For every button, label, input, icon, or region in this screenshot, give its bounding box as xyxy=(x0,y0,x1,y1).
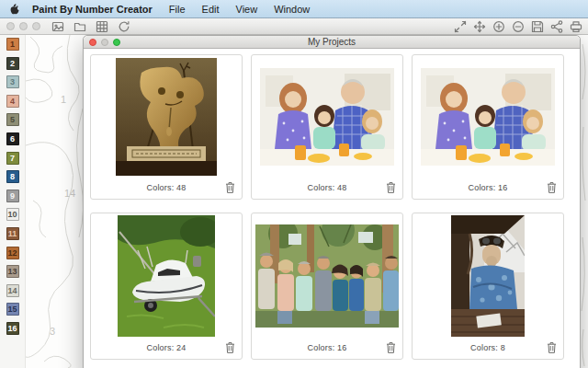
toolbar-right-group xyxy=(454,20,582,33)
palette-swatch-8[interactable]: 8 xyxy=(6,170,19,183)
project-thumbnail-family-breakfast-2 xyxy=(413,55,563,178)
palette-swatch-7[interactable]: 7 xyxy=(6,152,19,165)
grid-preview-icon[interactable] xyxy=(96,20,108,33)
app-screen: Paint By Number Creator File Edit View W… xyxy=(0,0,588,368)
project-thumbnail-child-aviator xyxy=(413,213,563,339)
project-thumbnail-group-photo xyxy=(252,213,402,339)
palette-sidebar: 12345678910111213141516 xyxy=(0,35,26,368)
palette-swatch-13[interactable]: 13 xyxy=(6,265,19,278)
trash-icon[interactable] xyxy=(547,341,557,354)
trash-icon[interactable] xyxy=(547,181,557,194)
trash-icon[interactable] xyxy=(225,341,235,354)
zoom-out-icon[interactable] xyxy=(512,20,525,33)
palette-swatch-4[interactable]: 4 xyxy=(6,95,19,108)
trash-icon[interactable] xyxy=(225,181,235,194)
palette-swatch-14[interactable]: 14 xyxy=(6,284,19,297)
close-button[interactable] xyxy=(6,22,15,30)
palette-swatch-2[interactable]: 2 xyxy=(6,57,19,70)
palette-swatch-5[interactable]: 5 xyxy=(6,113,19,126)
card-footer: Colors: 48 xyxy=(91,178,242,199)
menu-item-window[interactable]: Window xyxy=(274,4,310,15)
menu-item-file[interactable]: File xyxy=(169,4,186,15)
palette-swatch-9[interactable]: 9 xyxy=(6,190,19,202)
project-grid: Colors: 48 xyxy=(84,49,580,360)
minimize-button[interactable] xyxy=(19,22,28,30)
traffic-lights xyxy=(6,22,40,30)
modal-titlebar: My Projects xyxy=(84,36,580,49)
colors-count-label: Colors: 48 xyxy=(252,183,402,192)
palette-swatch-16[interactable]: 16 xyxy=(6,322,19,335)
canvas-region-number: 3 xyxy=(50,326,55,337)
project-card[interactable]: Colors: 24 xyxy=(90,213,243,360)
palette-swatch-1[interactable]: 1 xyxy=(6,38,19,51)
project-thumbnail-dali-sculpture xyxy=(91,55,242,178)
palette-swatch-12[interactable]: 12 xyxy=(6,247,19,259)
canvas-region-number: 14 xyxy=(64,188,75,199)
toolbar-left-group xyxy=(51,20,130,33)
card-footer: Colors: 16 xyxy=(252,339,402,359)
save-icon[interactable] xyxy=(531,20,544,33)
trash-icon[interactable] xyxy=(386,341,396,354)
card-footer: Colors: 48 xyxy=(252,178,402,199)
colors-count-label: Colors: 24 xyxy=(91,343,242,352)
project-card[interactable]: Colors: 8 xyxy=(412,213,564,360)
app-name[interactable]: Paint By Number Creator xyxy=(32,4,153,15)
card-footer: Colors: 24 xyxy=(91,339,242,359)
project-thumbnail-family-breakfast xyxy=(252,55,402,178)
apple-logo-icon[interactable] xyxy=(8,3,19,15)
window-toolbar xyxy=(0,17,588,35)
menu-item-edit[interactable]: Edit xyxy=(202,4,220,15)
palette-swatch-3[interactable]: 3 xyxy=(6,75,19,88)
new-image-icon[interactable] xyxy=(51,20,64,33)
zoom-in-icon[interactable] xyxy=(492,20,505,33)
palette-swatch-6[interactable]: 6 xyxy=(6,132,19,145)
colors-count-label: Colors: 48 xyxy=(91,183,242,192)
refresh-icon[interactable] xyxy=(118,20,130,33)
project-card[interactable]: Colors: 16 xyxy=(412,54,564,200)
project-thumbnail-boat-on-trailer xyxy=(91,213,242,339)
project-card[interactable]: Colors: 16 xyxy=(251,213,403,360)
my-projects-modal: My Projects xyxy=(83,35,581,368)
project-card[interactable]: Colors: 48 xyxy=(251,54,403,200)
palette-swatch-11[interactable]: 11 xyxy=(6,227,19,240)
modal-title: My Projects xyxy=(84,37,580,47)
pan-arrows-icon[interactable] xyxy=(473,20,486,33)
print-icon[interactable] xyxy=(570,20,582,33)
card-footer: Colors: 8 xyxy=(413,339,563,359)
fullscreen-icon[interactable] xyxy=(454,20,467,33)
open-folder-icon[interactable] xyxy=(74,20,86,33)
menu-bar: Paint By Number Creator File Edit View W… xyxy=(0,0,588,17)
colors-count-label: Colors: 8 xyxy=(413,343,563,352)
canvas-region-number: 1 xyxy=(61,94,66,105)
card-footer: Colors: 16 xyxy=(413,178,563,199)
colors-count-label: Colors: 16 xyxy=(413,183,563,192)
zoom-button[interactable] xyxy=(32,22,40,30)
share-icon[interactable] xyxy=(550,20,563,33)
palette-swatch-15[interactable]: 15 xyxy=(6,303,19,316)
project-card[interactable]: Colors: 48 xyxy=(90,54,243,200)
colors-count-label: Colors: 16 xyxy=(252,343,402,352)
trash-icon[interactable] xyxy=(386,181,396,194)
palette-swatch-10[interactable]: 10 xyxy=(6,208,19,221)
menu-item-view[interactable]: View xyxy=(236,4,258,15)
